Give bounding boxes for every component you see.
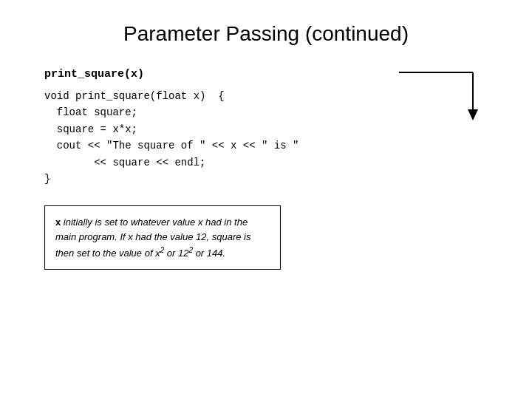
code-line-5: << square << endl; (44, 154, 495, 171)
svg-marker-0 (468, 109, 478, 120)
info-box: x initially is set to whatever value x h… (44, 205, 281, 270)
page-title: Parameter Passing (continued) (37, 22, 495, 46)
page: Parameter Passing (continued) print_squa… (0, 0, 532, 399)
info-text: x initially is set to whatever value x h… (55, 215, 270, 260)
code-line-4: cout << "The square of " << x << " is " (44, 137, 495, 154)
code-line-6: } (44, 171, 495, 187)
arrow-icon (399, 65, 502, 132)
